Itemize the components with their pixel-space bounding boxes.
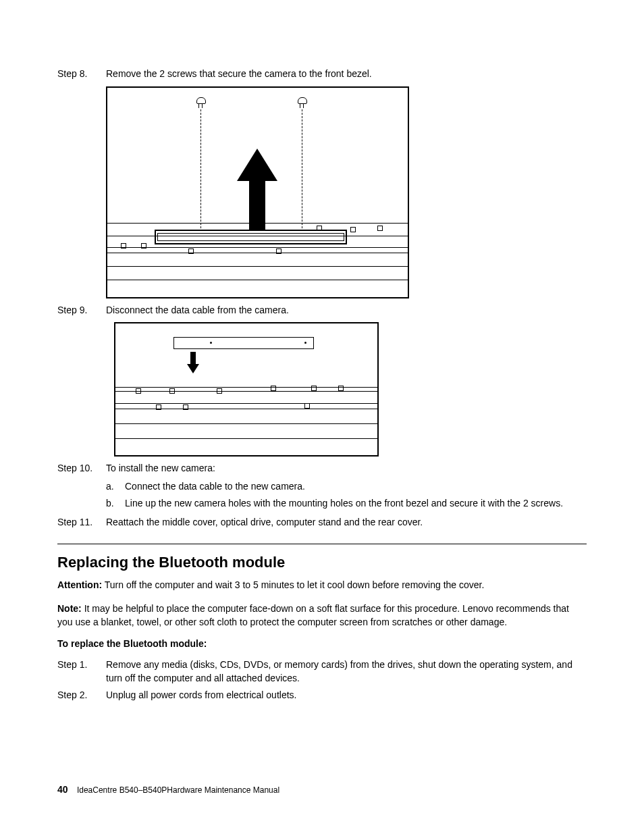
step-10: Step 10. To install the new camera: [57,462,587,475]
sub-text: Line up the new camera holes with the mo… [125,496,587,511]
step-label: Step 9. [57,304,106,317]
page-footer: 40 IdeaCentre B540–B540PHardware Mainten… [57,784,279,795]
step-11: Step 11. Reattach the middle cover, opti… [57,516,587,529]
section-title: Replacing the Bluetooth module [57,554,587,571]
note-text: It may be helpful to place the computer … [57,603,569,627]
sub-text: Connect the data cable to the new camera… [125,479,587,494]
bt-step-2: Step 2. Unplug all power cords from elec… [57,689,587,702]
page: Step 8. Remove the 2 screws that secure … [0,0,644,834]
step-label: Step 2. [57,689,106,702]
note-paragraph: Note: It may be helpful to place the com… [57,602,587,629]
figure-1-wrap [106,86,587,298]
section-divider [57,544,587,544]
step-text: Remove the 2 screws that secure the came… [106,68,587,81]
screw-icon [196,97,205,108]
step-8: Step 8. Remove the 2 screws that secure … [57,68,587,81]
screw-icon [298,97,306,108]
step-10a: a. Connect the data cable to the new cam… [106,479,587,494]
figure-1 [106,86,409,298]
sub-label: b. [106,496,125,511]
dashed-line [200,109,201,235]
step-label: Step 10. [57,462,106,475]
arrow-up-icon [237,149,277,230]
note-label: Note: [57,603,82,614]
figure-2-wrap [106,322,587,457]
sub-label: a. [106,479,125,494]
step-label: Step 11. [57,516,106,529]
attention-paragraph: Attention: Turn off the computer and wai… [57,578,587,592]
step-label: Step 1. [57,658,106,685]
step-10b: b. Line up the new camera holes with the… [106,496,587,511]
page-number: 40 [57,784,68,795]
subsection-head: To replace the Bluetooth module: [57,638,587,649]
dashed-line [302,109,302,235]
arrow-down-icon [187,352,199,376]
step-text: Reattach the middle cover, optical drive… [106,516,587,529]
attention-text: Turn off the computer and wait 3 to 5 mi… [102,579,484,590]
doc-title: IdeaCentre B540–B540PHardware Maintenanc… [77,785,279,795]
step-text: Disconnect the data cable from the camer… [106,304,587,317]
bt-step-1: Step 1. Remove any media (disks, CDs, DV… [57,658,587,685]
step-9: Step 9. Disconnect the data cable from t… [57,304,587,317]
step-text: Remove any media (disks, CDs, DVDs, or m… [106,658,587,685]
figure-2 [114,322,379,457]
step-label: Step 8. [57,68,106,81]
step-text: Unplug all power cords from electrical o… [106,689,587,702]
attention-label: Attention: [57,579,102,590]
camera-module [173,337,314,349]
step-text: To install the new camera: [106,462,587,475]
